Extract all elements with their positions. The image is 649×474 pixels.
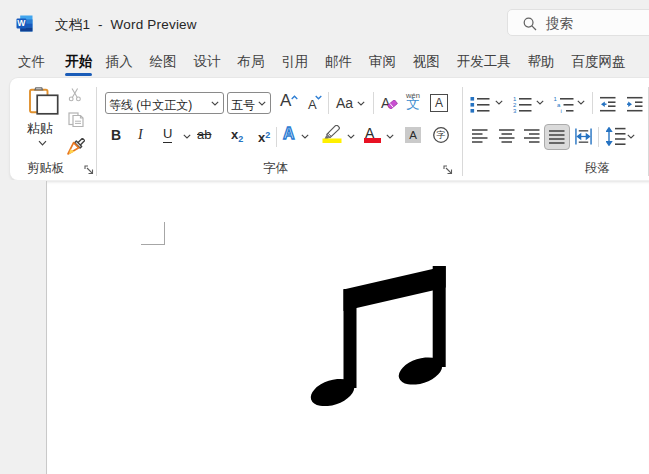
svg-text:3: 3	[513, 108, 517, 113]
svg-text:i: i	[561, 108, 562, 113]
svg-text:字: 字	[437, 130, 446, 140]
svg-text:W: W	[17, 18, 26, 28]
